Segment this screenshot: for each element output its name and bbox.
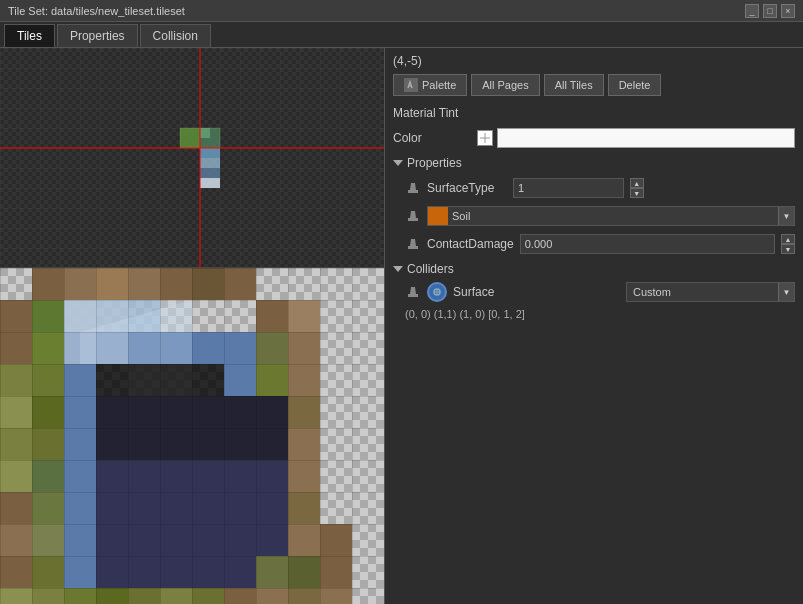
surface-type-value[interactable]: 1 <box>513 178 624 198</box>
custom-type-dropdown[interactable]: Custom ▼ <box>626 282 795 302</box>
tile-preview-svg <box>0 268 384 604</box>
title-bar: Tile Set: data/tiles/new_tileset.tileset… <box>0 0 803 22</box>
tab-tiles[interactable]: Tiles <box>4 24 55 47</box>
coordinates-label: (4,-5) <box>393 54 795 68</box>
color-row: Color <box>393 126 795 150</box>
material-tint-header: Material Tint <box>393 106 795 120</box>
collider-paint-icon <box>405 284 421 300</box>
surface-collider-label: Surface <box>453 285 620 299</box>
contact-damage-spinner[interactable]: ▲ ▼ <box>781 234 795 254</box>
left-panel <box>0 48 385 604</box>
color-label: Color <box>393 131 473 145</box>
contact-damage-spin-down[interactable]: ▼ <box>781 244 795 254</box>
surface-type-spinner[interactable]: ▲ ▼ <box>630 178 644 198</box>
soil-row: Soil ▼ <box>393 204 795 228</box>
contact-damage-spin-up[interactable]: ▲ <box>781 234 795 244</box>
title-bar-controls: _ □ × <box>745 4 795 18</box>
maximize-button[interactable]: □ <box>763 4 777 18</box>
palette-button[interactable]: Palette <box>393 74 467 96</box>
tile-grid-svg <box>0 48 385 268</box>
surface-type-paint-icon <box>405 180 421 196</box>
spin-down-arrow[interactable]: ▼ <box>630 188 644 198</box>
svg-rect-1 <box>180 128 200 148</box>
contact-damage-value[interactable]: 0.000 <box>520 234 775 254</box>
tile-grid-top[interactable] <box>0 48 384 268</box>
contact-damage-label: ContactDamage <box>427 237 514 251</box>
spin-up-arrow[interactable]: ▲ <box>630 178 644 188</box>
palette-icon <box>404 78 418 92</box>
contact-damage-row: ContactDamage 0.000 ▲ ▼ <box>393 232 795 256</box>
colliders-triangle-icon <box>393 266 403 272</box>
close-button[interactable]: × <box>781 4 795 18</box>
svg-rect-90 <box>0 268 384 604</box>
all-pages-button[interactable]: All Pages <box>471 74 539 96</box>
tab-bar: Tiles Properties Collision <box>0 22 803 48</box>
collider-circle-icon <box>427 282 447 302</box>
soil-value-label: Soil <box>448 210 778 222</box>
surface-type-row: SurfaceType 1 ▲ ▼ <box>393 176 795 200</box>
svg-rect-97 <box>408 294 418 297</box>
svg-rect-96 <box>408 246 418 249</box>
soil-color-box <box>428 207 448 225</box>
tab-properties[interactable]: Properties <box>57 24 138 47</box>
material-tint-label: Material Tint <box>393 106 458 120</box>
tab-collision[interactable]: Collision <box>140 24 211 47</box>
custom-type-value: Custom <box>627 286 778 298</box>
collider-surface-row: Surface Custom ▼ <box>393 282 795 302</box>
tile-preview-area[interactable] <box>0 268 384 604</box>
title-bar-text: Tile Set: data/tiles/new_tileset.tileset <box>8 5 185 17</box>
soil-dropdown-arrow-icon[interactable]: ▼ <box>778 207 794 225</box>
delete-button[interactable]: Delete <box>608 74 662 96</box>
svg-rect-95 <box>408 218 418 221</box>
collision-data: (0, 0) (1,1) (1, 0) [0, 1, 2] <box>393 306 795 322</box>
colliders-label: Colliders <box>407 262 454 276</box>
properties-label: Properties <box>407 156 462 170</box>
action-buttons: Palette All Pages All Tiles Delete <box>393 74 795 96</box>
color-input[interactable] <box>497 128 795 148</box>
svg-rect-94 <box>408 190 418 193</box>
svg-rect-6 <box>200 148 220 158</box>
svg-rect-4 <box>200 128 210 138</box>
svg-rect-0 <box>0 48 385 268</box>
right-panel: (4,-5) Palette All Pages All Tiles Delet… <box>385 48 803 604</box>
properties-section-header: Properties <box>393 156 795 170</box>
minimize-button[interactable]: _ <box>745 4 759 18</box>
svg-rect-7 <box>200 158 220 168</box>
contact-damage-paint-icon <box>405 236 421 252</box>
soil-paint-icon <box>405 208 421 224</box>
color-swatch-icon[interactable] <box>477 130 493 146</box>
main-layout: (4,-5) Palette All Pages All Tiles Delet… <box>0 48 803 604</box>
svg-rect-9 <box>200 178 220 188</box>
surface-type-label: SurfaceType <box>427 181 507 195</box>
properties-triangle-icon <box>393 160 403 166</box>
soil-dropdown[interactable]: Soil ▼ <box>427 206 795 226</box>
all-tiles-button[interactable]: All Tiles <box>544 74 604 96</box>
colliders-section-header: Colliders <box>393 262 795 276</box>
custom-dropdown-arrow-icon[interactable]: ▼ <box>778 283 794 301</box>
